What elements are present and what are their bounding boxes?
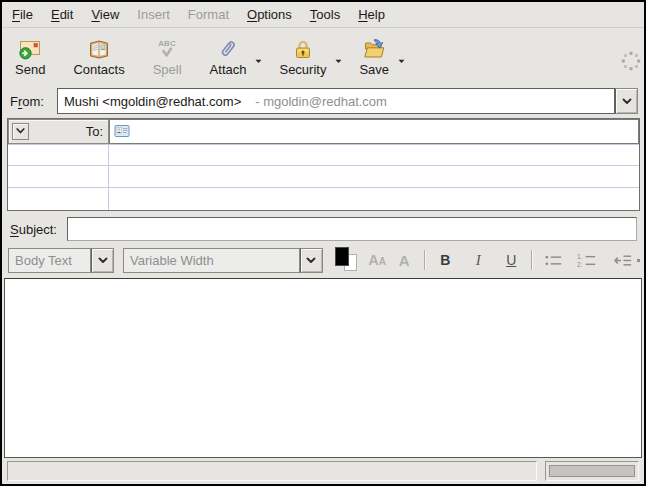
underline-button[interactable]: U bbox=[498, 247, 525, 273]
from-account-combobox[interactable]: Mushi <mgoldin@redhat.com> - mgoldin@red… bbox=[57, 88, 638, 114]
attach-label: Attach bbox=[210, 62, 247, 77]
attach-icon bbox=[216, 37, 240, 61]
save-label: Save bbox=[359, 62, 389, 77]
to-input[interactable] bbox=[109, 119, 639, 144]
recipient-label-cell bbox=[8, 166, 109, 187]
unindent-icon bbox=[613, 253, 633, 268]
recipient-header-row: To: bbox=[8, 119, 639, 145]
font-size-down-icon: A bbox=[399, 252, 410, 269]
numbered-list-button[interactable]: 1. 2. bbox=[572, 247, 602, 273]
formatting-toolbar: Body Text Variable Width AA A B I U bbox=[2, 245, 644, 275]
menu-help[interactable]: Help bbox=[349, 2, 394, 27]
menu-options-label-rest: ptions bbox=[257, 7, 292, 22]
menu-file-label-rest: ile bbox=[20, 7, 33, 22]
font-name-combobox: Variable Width bbox=[123, 248, 323, 273]
to-selector-button[interactable]: To: bbox=[8, 119, 109, 144]
chevron-down-icon bbox=[622, 98, 632, 105]
bullet-list-button[interactable] bbox=[539, 247, 568, 273]
send-label: Send bbox=[15, 62, 45, 77]
contacts-label: Contacts bbox=[73, 62, 124, 77]
security-button[interactable]: Security bbox=[270, 33, 335, 80]
svg-text:2.: 2. bbox=[577, 261, 583, 268]
menu-view-label: V bbox=[91, 7, 99, 22]
menu-options-label: O bbox=[247, 7, 257, 22]
spinner-dots-icon bbox=[620, 50, 642, 72]
save-menu-arrow[interactable] bbox=[396, 47, 407, 77]
chevron-down-icon bbox=[255, 59, 262, 64]
font-name-value: Variable Width bbox=[123, 248, 300, 273]
chevron-down-icon bbox=[16, 128, 25, 134]
menu-help-label-rest: elp bbox=[368, 7, 385, 22]
from-account-value: Mushi <mgoldin@redhat.com> - mgoldin@red… bbox=[57, 88, 615, 114]
font-name-dropdown bbox=[300, 248, 323, 273]
underline-icon: U bbox=[506, 252, 516, 268]
paragraph-style-dropdown bbox=[91, 248, 114, 273]
paragraph-style-value: Body Text bbox=[8, 248, 91, 273]
toolbar-separator bbox=[424, 250, 426, 270]
status-message bbox=[7, 461, 537, 481]
numbered-list-icon: 1. 2. bbox=[577, 252, 597, 268]
message-body[interactable] bbox=[4, 278, 642, 458]
progress-bar bbox=[549, 465, 635, 477]
recipient-label-cell bbox=[8, 188, 109, 210]
send-icon bbox=[18, 37, 42, 61]
contacts-button[interactable]: Contacts bbox=[64, 33, 133, 80]
decrease-font-size-button: A bbox=[391, 247, 418, 273]
save-button[interactable]: Save bbox=[350, 33, 398, 80]
attach-button[interactable]: Attach bbox=[201, 33, 256, 80]
send-button[interactable]: Send bbox=[6, 33, 54, 80]
menu-file[interactable]: File bbox=[3, 2, 42, 27]
menu-edit-label: E bbox=[51, 7, 60, 22]
unindent-button[interactable] bbox=[608, 247, 638, 273]
spell-check-icon: ABC bbox=[155, 37, 179, 61]
contact-card-icon bbox=[114, 123, 130, 139]
menu-tools-label-rest: ools bbox=[316, 7, 340, 22]
from-dropdown-button[interactable] bbox=[615, 88, 638, 114]
svg-text:1.: 1. bbox=[577, 253, 583, 260]
bold-button[interactable]: B bbox=[432, 247, 459, 273]
bullet-list-icon bbox=[544, 253, 563, 268]
menu-tools[interactable]: Tools bbox=[301, 2, 349, 27]
italic-button[interactable]: I bbox=[465, 247, 492, 273]
chevron-down-icon bbox=[98, 257, 108, 264]
spell-label: Spell bbox=[153, 62, 182, 77]
to-label: To: bbox=[86, 124, 103, 139]
security-menu-arrow[interactable] bbox=[333, 47, 344, 77]
recipient-empty-row[interactable] bbox=[8, 188, 639, 210]
font-size-up-icon: AA bbox=[369, 252, 386, 268]
toolbar-overflow-indicator bbox=[637, 259, 640, 262]
menu-options[interactable]: Options bbox=[238, 2, 301, 27]
from-row: From: Mushi <mgoldin@redhat.com> - mgold… bbox=[2, 86, 644, 116]
recipient-empty-row[interactable] bbox=[8, 145, 639, 167]
italic-icon: I bbox=[476, 252, 481, 269]
main-toolbar: Send Contacts ABC Spell bbox=[2, 29, 644, 84]
security-label: Security bbox=[279, 62, 326, 77]
paragraph-style-combobox: Body Text bbox=[8, 248, 114, 273]
menu-edit[interactable]: Edit bbox=[42, 2, 82, 27]
recipient-type-dropdown[interactable] bbox=[12, 123, 29, 140]
foreground-color-swatch bbox=[335, 247, 349, 266]
menu-file-label: F bbox=[12, 7, 20, 22]
menu-bar: File Edit View Insert Format Options Too… bbox=[2, 2, 644, 28]
contacts-icon bbox=[87, 37, 111, 61]
font-color-picker[interactable] bbox=[334, 247, 360, 273]
activity-spinner bbox=[620, 50, 642, 72]
svg-text:ABC: ABC bbox=[158, 39, 176, 48]
chevron-down-icon bbox=[398, 59, 405, 64]
chevron-down-icon bbox=[306, 257, 316, 264]
menu-view-label-rest: iew bbox=[100, 7, 120, 22]
subject-input[interactable] bbox=[67, 217, 637, 241]
menu-edit-label-rest: dit bbox=[60, 7, 74, 22]
status-bar bbox=[2, 458, 644, 484]
chevron-down-icon bbox=[335, 59, 342, 64]
recipient-label-cell bbox=[8, 145, 109, 166]
menu-insert-label: Insert bbox=[137, 7, 170, 22]
progress-indicator bbox=[545, 461, 639, 481]
recipient-empty-row[interactable] bbox=[8, 166, 639, 188]
attach-menu-arrow[interactable] bbox=[253, 47, 264, 77]
bold-icon: B bbox=[440, 252, 450, 268]
menu-view[interactable]: View bbox=[82, 2, 128, 27]
menu-insert: Insert bbox=[128, 2, 179, 27]
subject-label: Subject: bbox=[10, 222, 67, 237]
from-address-secondary: - mgoldin@redhat.com bbox=[255, 94, 387, 109]
